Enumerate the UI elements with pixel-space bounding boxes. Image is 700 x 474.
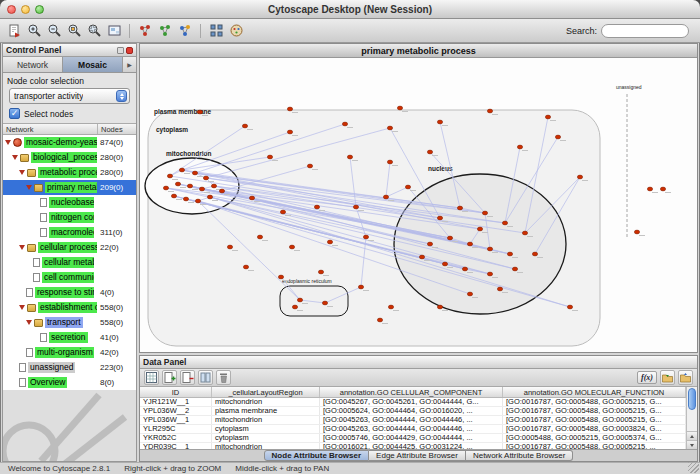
network-node[interactable] (634, 230, 639, 234)
table-row[interactable]: YKR052Ccytoplasm[GO:0005746, GO:0044429,… (140, 434, 686, 443)
network-node[interactable] (388, 305, 393, 309)
network-node[interactable] (502, 221, 507, 225)
network-node[interactable] (447, 236, 452, 240)
network-node[interactable] (577, 175, 582, 179)
table-row[interactable]: YDR039C__1mitochondrion[GO:0016021, GO:0… (140, 443, 686, 449)
hide-selected-button[interactable] (136, 22, 154, 40)
network-node[interactable] (397, 106, 402, 110)
column-header-annotation-go-cellular-component[interactable]: annotation.GO CELLULAR_COMPONENT (320, 387, 503, 397)
network-node[interactable] (211, 184, 216, 188)
tree-item-nucleobase[interactable]: nucleobase... (3, 195, 136, 210)
table-row[interactable]: YPL036W__2plasma membrane[GO:0005624, GO… (140, 407, 686, 416)
network-node[interactable] (342, 122, 347, 126)
tab-edge-attribute-browser[interactable]: Edge Attribute Browser (369, 450, 466, 461)
color-attribute-dropdown[interactable]: transporter activity (9, 88, 130, 104)
table-cell[interactable]: YKR052C (140, 434, 212, 442)
network-node[interactable] (207, 195, 212, 199)
select-attributes-button[interactable] (144, 370, 159, 385)
table-cell[interactable]: [GO:0016021, GO:0044425, GO:0031224, ... (320, 443, 503, 449)
column-header-cellularlayoutregion[interactable]: _cellularLayoutRegion (212, 387, 320, 397)
tree-item-cell-communica[interactable]: cell communica... (3, 270, 136, 285)
tab-network-attribute-browser[interactable]: Network Attribute Browser (466, 450, 573, 461)
trash-button[interactable] (216, 370, 231, 385)
tab-mosaic[interactable]: Mosaic (63, 57, 123, 72)
title-bar[interactable]: Cytoscape Desktop (New Session) (0, 0, 700, 19)
expand-arrow-icon[interactable] (5, 140, 11, 145)
network-node[interactable] (195, 199, 200, 203)
network-node[interactable] (419, 255, 424, 259)
network-canvas-area[interactable]: plasma membrane cytoplasm mitochondrion … (140, 58, 697, 352)
formula-builder-button[interactable]: f(x) (637, 371, 657, 384)
import-network-button[interactable] (5, 22, 23, 40)
minimize-window-button[interactable] (21, 5, 30, 14)
tree-item-cellular-process[interactable]: cellular process22(0) (3, 240, 136, 255)
network-node[interactable] (387, 160, 392, 164)
open-vizmapper-button[interactable] (227, 22, 245, 40)
network-node[interactable] (197, 110, 202, 114)
tree-item-establishment-of-l[interactable]: establishment of l...558(0) (3, 300, 136, 315)
network-node[interactable] (203, 176, 208, 180)
export-table-button[interactable] (678, 370, 693, 385)
table-cell[interactable]: mitochondrion (212, 398, 320, 406)
search-input[interactable] (601, 24, 689, 38)
network-node[interactable] (442, 262, 447, 266)
table-row[interactable]: YJR121W__1mitochondrion[GO:0045267, GO:0… (140, 398, 686, 407)
table-cell[interactable]: YJR121W__1 (140, 398, 212, 406)
table-cell[interactable]: [GO:0005624, GO:0044464, GO:0016020, ... (320, 407, 503, 415)
tree-item-multi-organism-pro[interactable]: multi-organism pro...42(0) (3, 345, 136, 360)
network-node[interactable] (437, 120, 442, 124)
network-node[interactable] (405, 185, 410, 189)
network-node[interactable] (183, 197, 188, 201)
network-node[interactable] (487, 247, 492, 251)
network-node[interactable] (437, 305, 442, 309)
table-scrollbar[interactable] (686, 387, 697, 449)
network-node[interactable] (377, 318, 382, 322)
table-cell[interactable]: [GO:0045263, GO:0044444, GO:0044446, ... (320, 425, 503, 433)
network-node[interactable] (167, 174, 172, 178)
table-cell[interactable]: [GO:0045267, GO:0045261, GO:0044444, G..… (320, 398, 503, 406)
network-node[interactable] (647, 187, 652, 191)
zoom-fit-button[interactable] (85, 22, 103, 40)
network-node[interactable] (383, 195, 388, 199)
expand-arrow-icon[interactable] (26, 320, 32, 325)
delete-attribute-button[interactable] (180, 370, 195, 385)
network-node[interactable] (517, 145, 522, 149)
network-node[interactable] (289, 245, 294, 249)
network-node[interactable] (387, 126, 392, 130)
tree-item-overview[interactable]: Overview8(0) (3, 375, 136, 390)
network-node[interactable] (179, 168, 184, 172)
network-node[interactable] (347, 155, 352, 159)
table-cell[interactable]: YPL036W__2 (140, 407, 212, 415)
network-node[interactable] (322, 301, 327, 305)
network-node[interactable] (467, 242, 472, 246)
network-node[interactable] (267, 155, 272, 159)
table-cell[interactable]: [GO:0016787, GO:0005488, GO:0005215, G..… (503, 398, 686, 406)
column-header-annotation-go-molecular-function[interactable]: annotation.GO MOLECULAR_FUNCTION (503, 387, 686, 397)
float-panel-button[interactable] (117, 47, 124, 54)
table-cell[interactable]: [GO:0016787, GO:0005488, GO:0003824, G..… (503, 425, 686, 433)
network-node[interactable] (467, 292, 472, 296)
network-node[interactable] (187, 184, 192, 188)
unhide-all-button[interactable] (156, 22, 174, 40)
tab-node-attribute-browser[interactable]: Node Attribute Browser (264, 450, 370, 461)
network-node[interactable] (487, 109, 492, 113)
table-cell[interactable]: mitochondrion (212, 443, 320, 449)
scroll-down-button[interactable] (687, 440, 697, 449)
table-cell[interactable]: [GO:0016787, GO:0005488, GO:0005215, G..… (503, 407, 686, 415)
table-cell[interactable]: mitochondrion (212, 416, 320, 424)
network-node[interactable] (512, 267, 517, 271)
edit-attribute-button[interactable] (198, 370, 213, 385)
network-node[interactable] (307, 164, 312, 168)
tab-scroll-right-button[interactable]: ▶ (123, 57, 136, 72)
tree-item-primary-metab[interactable]: primary metab...209(0) (3, 180, 136, 195)
expand-arrow-icon[interactable] (12, 155, 18, 160)
network-canvas[interactable]: plasma membrane cytoplasm mitochondrion … (140, 58, 697, 352)
network-node[interactable] (353, 205, 358, 209)
expand-arrow-icon[interactable] (19, 170, 25, 175)
table-row[interactable]: YPL036W__1mitochondrion[GO:0045263, GO:0… (140, 416, 686, 425)
tree-item-nitrogen-compo[interactable]: nitrogen compo... (3, 210, 136, 225)
network-node[interactable] (545, 115, 550, 119)
resize-grip[interactable] (688, 462, 699, 473)
nodes-column-header[interactable]: Nodes (98, 125, 123, 134)
zoom-window-button[interactable] (35, 5, 44, 14)
